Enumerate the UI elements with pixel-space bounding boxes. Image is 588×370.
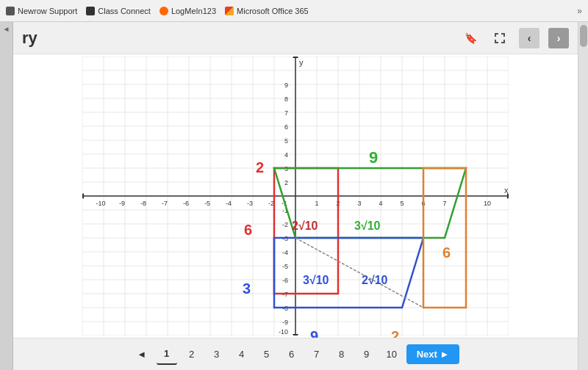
- back-button[interactable]: ‹: [519, 28, 539, 48]
- svg-text:-2: -2: [282, 221, 288, 228]
- next-button[interactable]: Next ►: [406, 344, 460, 364]
- svg-text:-6: -6: [183, 200, 189, 207]
- svg-rect-5: [495, 40, 496, 43]
- svg-text:-7: -7: [162, 200, 168, 207]
- svg-marker-52: [293, 334, 298, 335]
- svg-rect-3: [503, 33, 505, 37]
- page-6-button[interactable]: 6: [282, 344, 302, 365]
- page-title: ry: [22, 29, 37, 48]
- page-5-button[interactable]: 5: [257, 344, 277, 365]
- svg-text:-6: -6: [282, 277, 288, 284]
- svg-text:-4: -4: [226, 200, 232, 207]
- graph-container: x y -10 -9 -8 -7 -6 -5 -4 -3 -2 -1 1 2 3: [13, 54, 578, 338]
- svg-text:8: 8: [284, 95, 288, 103]
- coordinate-grid: x y -10 -9 -8 -7 -6 -5 -4 -3 -2 -1 1 2 3: [82, 57, 509, 335]
- browser-bar: Newrow Support Class Connect LogMeIn123 …: [0, 0, 588, 22]
- tab-newrow-label: Newrow Support: [18, 7, 77, 15]
- svg-text:-4: -4: [282, 249, 288, 256]
- scroll-thumb[interactable]: [580, 25, 587, 47]
- svg-text:-3: -3: [247, 200, 253, 207]
- page-9-button[interactable]: 9: [356, 344, 377, 365]
- logmein-icon: [159, 7, 168, 15]
- overflow-icon[interactable]: »: [577, 6, 582, 16]
- svg-text:7: 7: [284, 109, 288, 117]
- main-content: ◄ ry 🔖 ‹: [0, 22, 588, 370]
- app-toolbar: ry 🔖 ‹ ›: [13, 22, 578, 54]
- svg-text:-9: -9: [282, 319, 288, 326]
- scrollbar[interactable]: [578, 22, 588, 370]
- svg-text:5: 5: [284, 137, 288, 145]
- svg-marker-49: [82, 193, 84, 199]
- msoffice-icon: [225, 7, 234, 15]
- svg-text:-5: -5: [204, 200, 210, 207]
- tab-logmein-label: LogMeIn123: [171, 7, 216, 15]
- svg-text:6: 6: [284, 123, 288, 131]
- toolbar-icons: 🔖 ‹ ›: [460, 28, 569, 48]
- svg-text:9: 9: [284, 81, 288, 89]
- svg-text:3: 3: [357, 200, 361, 207]
- page-4-button[interactable]: 4: [232, 344, 252, 365]
- label-red-6: 6: [244, 222, 252, 239]
- svg-text:-5: -5: [282, 263, 288, 270]
- fullscreen-icon[interactable]: [490, 28, 510, 48]
- svg-text:4: 4: [379, 200, 382, 207]
- svg-text:-9: -9: [119, 200, 125, 207]
- app-area: ry 🔖 ‹ ›: [13, 22, 578, 370]
- label-green-9: 9: [369, 148, 378, 167]
- page-8-button[interactable]: 8: [331, 344, 352, 365]
- svg-text:x: x: [504, 186, 509, 195]
- page-3-button[interactable]: 3: [207, 344, 227, 365]
- svg-text:7: 7: [442, 200, 446, 207]
- label-blue-9: 9: [310, 328, 318, 338]
- svg-text:y: y: [299, 58, 304, 67]
- label-2sqrt10-bottom: 2√10: [362, 274, 387, 287]
- bookmark-icon[interactable]: 🔖: [460, 28, 481, 48]
- label-3sqrt10-green: 3√10: [354, 220, 380, 233]
- tab-classconnect[interactable]: Class Connect: [86, 7, 151, 15]
- page-7-button[interactable]: 7: [306, 344, 327, 365]
- svg-text:5: 5: [400, 200, 404, 207]
- svg-marker-51: [293, 57, 298, 58]
- tab-logmein[interactable]: LogMeIn123: [159, 7, 216, 15]
- sidebar: ◄: [0, 22, 13, 370]
- svg-rect-7: [503, 40, 505, 43]
- label-red-2: 2: [256, 159, 264, 176]
- tab-msoffice[interactable]: Microsoft Office 365: [225, 7, 309, 15]
- label-blue-3: 3: [243, 280, 251, 297]
- page-1-button[interactable]: 1: [157, 344, 177, 365]
- next-label: Next ►: [417, 349, 450, 360]
- svg-rect-1: [495, 33, 496, 37]
- newrow-icon: [6, 7, 15, 15]
- svg-text:10: 10: [484, 200, 491, 207]
- svg-text:4: 4: [284, 151, 288, 159]
- tab-classconnect-label: Class Connect: [98, 7, 151, 15]
- graph-wrapper: x y -10 -9 -8 -7 -6 -5 -4 -3 -2 -1 1 2 3: [82, 57, 509, 335]
- page-10-button[interactable]: 10: [381, 344, 402, 365]
- forward-button[interactable]: ›: [548, 28, 569, 48]
- label-3sqrt10-blue: 3√10: [303, 274, 329, 287]
- prev-page-button[interactable]: ◄: [132, 344, 152, 365]
- svg-text:-10: -10: [96, 200, 105, 207]
- pagination-bar: ◄ 1 2 3 4 5 6 7 8 9 10 Next ►: [13, 338, 578, 370]
- svg-text:2: 2: [284, 179, 288, 186]
- label-2sqrt10-top: 2√10: [292, 220, 318, 233]
- label-orange-2: 2: [391, 328, 399, 338]
- svg-text:-10: -10: [279, 328, 288, 335]
- classconnect-icon: [86, 7, 95, 15]
- svg-text:-8: -8: [140, 200, 146, 207]
- sidebar-collapse-icon[interactable]: ◄: [3, 25, 10, 33]
- tab-msoffice-label: Microsoft Office 365: [237, 7, 309, 15]
- tab-newrow[interactable]: Newrow Support: [6, 7, 77, 15]
- svg-text:1: 1: [315, 200, 318, 207]
- label-orange-6: 6: [442, 244, 451, 261]
- page-2-button[interactable]: 2: [182, 344, 202, 365]
